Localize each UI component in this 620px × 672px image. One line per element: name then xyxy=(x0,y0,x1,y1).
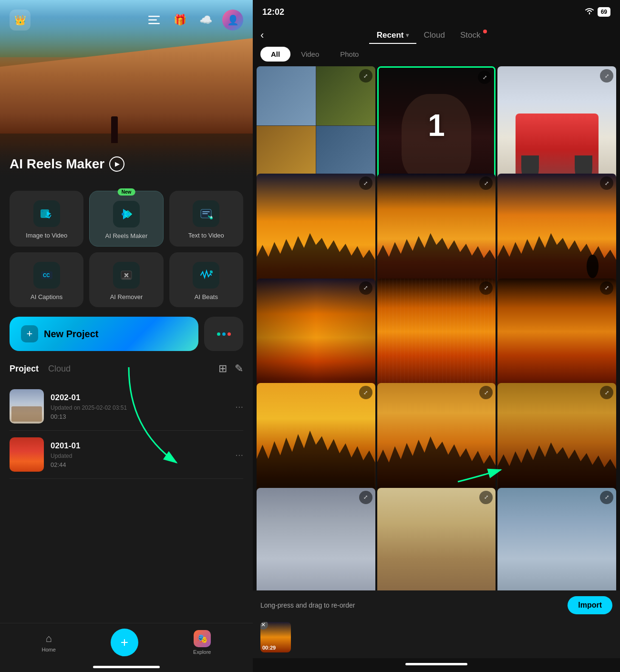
tool-label: Image to Video xyxy=(26,232,67,239)
expand-icon[interactable]: ⤢ xyxy=(479,491,493,504)
play-icon[interactable]: ▶ xyxy=(109,156,124,172)
hamburger-icon[interactable] xyxy=(145,11,163,29)
expand-icon[interactable]: ⤢ xyxy=(600,69,613,83)
tab-stock[interactable]: Stock xyxy=(453,28,488,43)
media-cell[interactable]: ⤢ xyxy=(377,174,496,292)
svg-point-7 xyxy=(122,213,124,216)
media-cell[interactable]: ⤢ xyxy=(497,66,616,185)
tool-ai-remover[interactable]: AI Remover xyxy=(89,252,163,307)
cell-number: 1 xyxy=(379,68,495,184)
svg-rect-2 xyxy=(148,23,160,24)
new-badge: New xyxy=(118,188,135,196)
new-project-row: + New Project xyxy=(10,317,243,351)
status-time: 12:02 xyxy=(262,7,284,17)
project-more-button[interactable]: ··· xyxy=(235,449,243,460)
import-hint: Long-press and drag to re-order xyxy=(260,601,355,609)
tab-project[interactable]: Project xyxy=(10,364,39,374)
cloud-icon[interactable]: ☁️ xyxy=(196,11,215,29)
crown-icon[interactable]: 👑 xyxy=(10,10,31,31)
tool-icon xyxy=(113,201,140,227)
project-item[interactable]: 0202-01 Updated on 2025-02-02 03:51 00:1… xyxy=(10,383,243,431)
media-cell[interactable]: ⤢ xyxy=(497,279,616,397)
gift-icon[interactable]: 🎁 xyxy=(171,11,189,29)
project-more-button[interactable]: ··· xyxy=(235,401,243,412)
tool-label: AI Remover xyxy=(110,293,143,300)
tab-cloud[interactable]: Cloud xyxy=(48,364,71,374)
project-list: 0202-01 Updated on 2025-02-02 03:51 00:1… xyxy=(10,383,243,479)
filter-all[interactable]: All xyxy=(260,47,290,62)
media-cell[interactable]: ⤢ xyxy=(497,174,616,292)
filter-photo[interactable]: Photo xyxy=(330,47,369,62)
svg-rect-1 xyxy=(148,20,157,21)
recent-dropdown[interactable]: Recent ▾ xyxy=(377,31,409,40)
nav-create-button[interactable]: + xyxy=(111,629,138,656)
nav-home[interactable]: ⌂ Home xyxy=(42,632,56,652)
expand-icon[interactable]: ⤢ xyxy=(479,281,493,295)
section-header: Project Cloud ⊞ ✎ xyxy=(10,362,243,375)
import-button[interactable]: Import xyxy=(568,596,612,614)
expand-icon[interactable]: ⤢ xyxy=(359,491,372,504)
media-cell[interactable]: ⤢ xyxy=(257,488,375,590)
tool-ai-beats[interactable]: AI Beats xyxy=(169,252,243,307)
tool-label: AI Captions xyxy=(31,293,62,300)
tool-ai-reels-maker[interactable]: New AI Reels Maker xyxy=(89,191,163,247)
expand-icon[interactable]: ⤢ xyxy=(359,281,372,295)
media-cell[interactable]: ⤢ xyxy=(257,383,375,502)
media-cell[interactable]: ⤢ xyxy=(257,279,375,397)
grid-view-icon[interactable]: ⊞ xyxy=(218,362,227,375)
section-tabs: Project Cloud xyxy=(10,364,71,374)
edit-icon[interactable]: ✎ xyxy=(235,362,243,375)
project-duration: 00:13 xyxy=(51,413,228,420)
expand-icon[interactable]: ⤢ xyxy=(359,386,372,399)
project-thumbnail xyxy=(10,389,44,424)
back-button[interactable]: ‹ xyxy=(260,29,264,41)
tool-label: AI Beats xyxy=(195,293,218,300)
nav-tabs: Recent ▾ Cloud Stock xyxy=(369,28,488,43)
media-cell[interactable]: ⤢ xyxy=(377,383,496,502)
project-thumbnail xyxy=(10,437,44,472)
explore-icon: 🎭 xyxy=(194,630,211,647)
tool-icon xyxy=(113,262,140,289)
bottom-nav: ⌂ Home + 🎭 Explore xyxy=(0,623,253,666)
svg-rect-15 xyxy=(122,278,131,279)
section-actions: ⊞ ✎ xyxy=(218,362,243,375)
media-cell[interactable]: ⤢ xyxy=(377,279,496,397)
tool-icon: CC xyxy=(33,262,60,289)
media-cell[interactable]: ⤢ xyxy=(257,66,375,185)
filter-video[interactable]: Video xyxy=(290,47,330,62)
status-bar: 12:02 69 xyxy=(253,0,620,24)
expand-icon[interactable]: ⤢ xyxy=(359,69,372,83)
expand-icon[interactable]: ⤢ xyxy=(359,176,372,190)
tool-label: Text to Video xyxy=(188,232,224,239)
media-cell[interactable]: ⤢ xyxy=(497,488,616,590)
hero-title-text: AI Reels Maker xyxy=(10,156,104,172)
tool-ai-captions[interactable]: CC AI Captions xyxy=(10,252,83,307)
more-options-button[interactable] xyxy=(204,317,243,351)
project-name: 0201-01 xyxy=(51,441,228,451)
new-project-label: New Project xyxy=(44,329,98,340)
media-cell[interactable]: ⤢ xyxy=(257,174,375,292)
expand-icon[interactable]: ⤢ xyxy=(600,386,613,399)
project-item[interactable]: 0201-01 Updated 02:44 ··· xyxy=(10,431,243,479)
home-icon: ⌂ xyxy=(46,632,52,645)
right-home-indicator xyxy=(253,658,620,672)
expand-icon[interactable]: ⤢ xyxy=(600,491,613,504)
new-project-button[interactable]: + New Project xyxy=(10,317,198,351)
media-cell[interactable]: ⤢ xyxy=(377,488,496,590)
avatar[interactable]: 👤 xyxy=(222,10,243,31)
project-name: 0202-01 xyxy=(51,393,228,403)
tab-recent[interactable]: Recent ▾ xyxy=(369,28,416,43)
media-cell-selected[interactable]: 1 ⤢ 00:29 xyxy=(377,66,496,185)
tab-cloud[interactable]: Cloud xyxy=(416,28,453,43)
project-updated: Updated xyxy=(51,453,228,459)
right-panel: 12:02 69 ‹ Recent ▾ xyxy=(253,0,620,672)
tool-image-to-video[interactable]: Image to Video xyxy=(10,191,83,247)
left-panel: 👑 🎁 ☁️ 👤 AI Reels Maker ▶ xyxy=(0,0,253,672)
expand-icon[interactable]: ⤢ xyxy=(600,281,613,295)
nav-explore[interactable]: 🎭 Explore xyxy=(193,630,211,655)
plus-icon: + xyxy=(21,325,38,342)
media-cell[interactable]: ⤢ xyxy=(497,383,616,502)
tool-text-to-video[interactable]: Text to Video xyxy=(169,191,243,247)
home-indicator xyxy=(0,666,253,672)
media-grid: ⤢ 1 ⤢ 00:29 ⤢ xyxy=(253,66,620,590)
